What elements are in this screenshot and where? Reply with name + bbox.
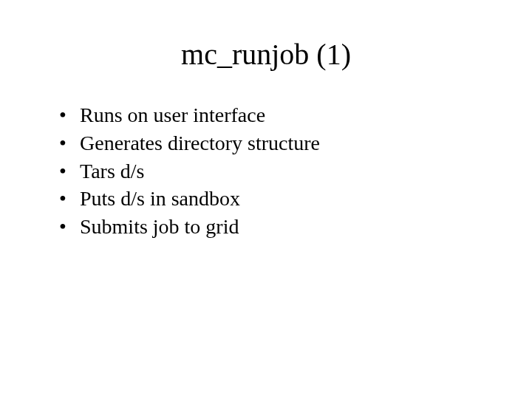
list-item: Submits job to grid xyxy=(59,213,488,241)
slide-title: mc_runjob (1) xyxy=(44,37,488,72)
list-item: Runs on user interface xyxy=(59,101,488,129)
list-item: Puts d/s in sandbox xyxy=(59,185,488,213)
slide: mc_runjob (1) Runs on user interface Gen… xyxy=(0,0,532,399)
list-item: Generates directory structure xyxy=(59,129,488,157)
list-item: Tars d/s xyxy=(59,157,488,185)
bullet-list: Runs on user interface Generates directo… xyxy=(44,101,488,241)
